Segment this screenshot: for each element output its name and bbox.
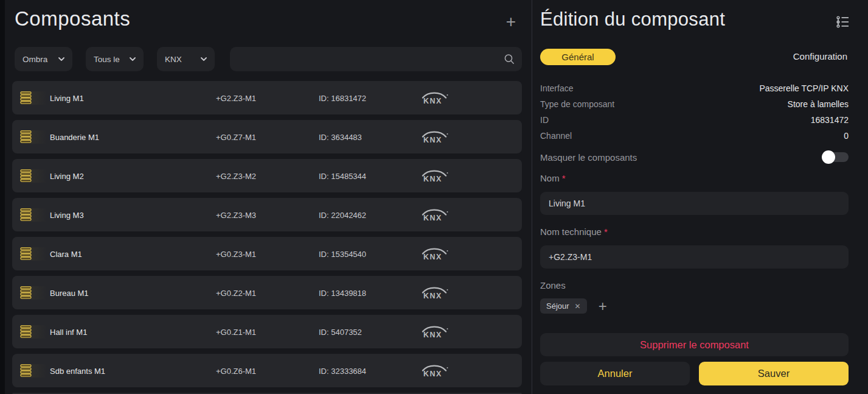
knx-logo-text: KNX — [423, 252, 442, 261]
knx-logo: KNX — [421, 91, 449, 105]
technical-name-field[interactable] — [540, 245, 849, 269]
component-row[interactable]: Living M1 +G2.Z3-M1 ID: 16831472 KNX — [12, 81, 522, 114]
component-row[interactable]: Hall inf M1 +G0.Z1-M1 ID: 5407352 KNX — [12, 315, 522, 348]
blinds-icon — [20, 286, 52, 300]
technical-name-field-label: Nom technique * — [540, 227, 608, 237]
info-row-channel: Channel 0 — [540, 128, 849, 144]
knx-logo-text: KNX — [423, 174, 442, 183]
component-name: Buanderie M1 — [50, 132, 99, 141]
save-button[interactable]: Sauver — [699, 362, 849, 385]
cancel-button-label: Annuler — [598, 368, 633, 379]
add-zone-button[interactable]: + — [599, 300, 607, 312]
save-button-label: Sauver — [758, 368, 790, 379]
name-label-text: Nom — [540, 173, 560, 183]
search-input[interactable] — [230, 47, 522, 71]
zone-tag-label: Séjour — [546, 301, 569, 311]
tree-view-button[interactable] — [836, 15, 852, 30]
filter-dropdown-label: Tous le — [94, 55, 120, 64]
chevron-down-icon — [58, 57, 64, 61]
component-technical-name: +G0.Z6-M1 — [216, 366, 256, 375]
chevron-down-icon — [130, 57, 136, 61]
info-value: Store à lamelles — [788, 99, 849, 109]
info-row-id: ID 16831472 — [540, 112, 849, 128]
tab-general-label: Général — [561, 52, 594, 62]
knx-logo: KNX — [421, 325, 449, 339]
technical-name-label-text: Nom technique — [540, 227, 602, 237]
tab-configuration[interactable]: Configuration — [793, 51, 847, 62]
component-name: Bureau M1 — [50, 288, 89, 297]
components-panel-title: Composants — [15, 7, 130, 30]
knx-logo: KNX — [421, 169, 449, 183]
add-component-button[interactable]: + — [502, 14, 519, 31]
blinds-icon — [20, 247, 52, 261]
filter-dropdown-label: KNX — [165, 55, 182, 64]
info-label: Type de composant — [540, 99, 614, 109]
filter-dropdown-ombra[interactable]: Ombra — [15, 47, 72, 71]
component-row[interactable]: Living M3 +G2.Z3-M3 ID: 22042462 KNX — [12, 198, 522, 231]
knx-logo: KNX — [421, 286, 449, 300]
knx-logo: KNX — [421, 247, 449, 261]
name-field-label: Nom * — [540, 173, 566, 183]
required-asterisk: * — [604, 227, 608, 237]
info-label: Channel — [540, 131, 572, 141]
component-edit-panel: Édition du composant Général Configurati… — [532, 0, 868, 394]
component-id: ID: 15485344 — [319, 171, 366, 180]
component-row[interactable]: Sdb enfants M1 +G0.Z6-M1 ID: 32333684 KN… — [12, 354, 522, 387]
info-value: 0 — [844, 131, 849, 141]
info-value: Passerelle TCP/IP KNX — [759, 83, 849, 93]
info-row-type: Type de composant Store à lamelles — [540, 96, 849, 112]
delete-component-button[interactable]: Supprimer le composant — [540, 333, 849, 356]
filters-bar: Ombra Tous le KNX — [15, 47, 522, 71]
hide-component-row: Masquer le composants — [540, 149, 849, 165]
component-name: Living M2 — [50, 171, 84, 180]
component-id: ID: 13439818 — [319, 288, 366, 297]
filter-dropdown-label: Ombra — [23, 55, 47, 64]
component-row[interactable]: Bureau M1 +G0.Z2-M1 ID: 13439818 KNX — [12, 276, 522, 309]
zone-remove-icon[interactable]: ✕ — [575, 303, 581, 310]
cancel-button[interactable]: Annuler — [540, 362, 690, 385]
component-info: Interface Passerelle TCP/IP KNX Type de … — [540, 80, 849, 144]
knx-logo-text: KNX — [423, 330, 442, 339]
components-list: Living M1 +G2.Z3-M1 ID: 16831472 KNX Bua… — [12, 81, 522, 394]
blinds-icon — [20, 208, 52, 222]
info-value: 16831472 — [811, 115, 849, 125]
knx-logo: KNX — [421, 130, 449, 144]
knx-logo-text: KNX — [423, 291, 442, 300]
component-name: Clara M1 — [50, 249, 82, 258]
component-id: ID: 5407352 — [319, 327, 362, 336]
blinds-icon — [20, 130, 52, 144]
component-name: Sdb enfants M1 — [50, 366, 105, 375]
component-id: ID: 3634483 — [319, 132, 362, 141]
tree-list-icon — [836, 15, 850, 29]
knx-logo-text: KNX — [423, 369, 442, 378]
component-technical-name: +G0.Z2-M1 — [216, 288, 256, 297]
filter-dropdown-tous-le[interactable]: Tous le — [86, 47, 144, 71]
name-field[interactable] — [540, 192, 849, 215]
tab-general[interactable]: Général — [540, 49, 616, 65]
knx-logo: KNX — [421, 208, 449, 222]
zones-label: Zones — [540, 280, 566, 290]
component-id: ID: 22042462 — [319, 210, 366, 219]
action-buttons-row: Annuler Sauver — [540, 362, 849, 385]
delete-button-label: Supprimer le composant — [640, 339, 749, 350]
component-name: Hall inf M1 — [50, 327, 87, 336]
zones-row: Séjour ✕ + — [540, 298, 607, 314]
hide-component-label: Masquer le composants — [540, 152, 637, 163]
component-name: Living M3 — [50, 210, 84, 219]
component-row[interactable]: Living M2 +G2.Z3-M2 ID: 15485344 KNX — [12, 159, 522, 192]
knx-logo-text: KNX — [423, 213, 442, 222]
blinds-icon — [20, 169, 52, 183]
edit-panel-title: Édition du composant — [540, 9, 725, 30]
zone-tag: Séjour ✕ — [540, 298, 587, 314]
hide-component-toggle[interactable] — [823, 152, 849, 163]
component-row[interactable]: Clara M1 +G0.Z3-M1 ID: 15354540 KNX — [12, 237, 522, 270]
toggle-knob — [822, 150, 835, 164]
search-box — [230, 47, 522, 71]
required-asterisk: * — [562, 173, 566, 183]
filter-dropdown-knx[interactable]: KNX — [157, 47, 215, 71]
blinds-icon — [20, 364, 52, 378]
knx-logo-text: KNX — [423, 96, 442, 105]
blinds-icon — [20, 325, 52, 339]
search-icon — [504, 54, 515, 65]
component-row[interactable]: Buanderie M1 +G0.Z7-M1 ID: 3634483 KNX — [12, 120, 522, 153]
